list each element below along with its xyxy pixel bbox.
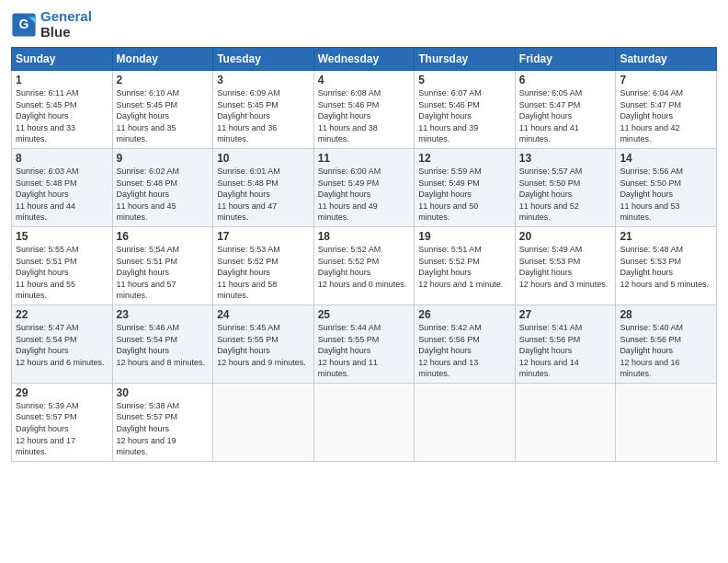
calendar-week-1: 1Sunrise: 6:11 AMSunset: 5:45 PMDaylight… — [12, 71, 717, 149]
calendar-cell-24: 24Sunrise: 5:45 AMSunset: 5:55 PMDayligh… — [213, 304, 314, 383]
column-header-friday: Friday — [515, 48, 616, 71]
logo: G General Blue — [11, 9, 92, 40]
page-header: G General Blue — [11, 9, 717, 40]
column-header-tuesday: Tuesday — [213, 48, 314, 71]
column-header-monday: Monday — [112, 48, 213, 71]
calendar-cell-empty — [213, 383, 314, 461]
calendar-cell-empty — [313, 383, 415, 461]
calendar-cell-2: 2Sunrise: 6:10 AMSunset: 5:45 PMDaylight… — [112, 71, 213, 149]
calendar-cell-1: 1Sunrise: 6:11 AMSunset: 5:45 PMDaylight… — [12, 71, 113, 149]
calendar-cell-16: 16Sunrise: 5:54 AMSunset: 5:51 PMDayligh… — [112, 226, 213, 304]
calendar-cell-4: 4Sunrise: 6:08 AMSunset: 5:46 PMDaylight… — [313, 71, 415, 149]
column-header-sunday: Sunday — [12, 48, 113, 71]
calendar-cell-empty — [616, 383, 717, 461]
calendar-cell-10: 10Sunrise: 6:01 AMSunset: 5:48 PMDayligh… — [213, 148, 314, 226]
logo-icon: G — [11, 12, 37, 38]
calendar-cell-14: 14Sunrise: 5:56 AMSunset: 5:50 PMDayligh… — [616, 148, 717, 226]
calendar-week-2: 8Sunrise: 6:03 AMSunset: 5:48 PMDaylight… — [12, 148, 717, 226]
calendar-cell-3: 3Sunrise: 6:09 AMSunset: 5:45 PMDaylight… — [213, 71, 314, 149]
calendar-cell-29: 29Sunrise: 5:39 AMSunset: 5:57 PMDayligh… — [12, 383, 113, 461]
calendar-cell-28: 28Sunrise: 5:40 AMSunset: 5:56 PMDayligh… — [616, 304, 717, 383]
calendar-table: SundayMondayTuesdayWednesdayThursdayFrid… — [11, 47, 717, 462]
calendar-cell-15: 15Sunrise: 5:55 AMSunset: 5:51 PMDayligh… — [12, 226, 113, 304]
calendar-cell-12: 12Sunrise: 5:59 AMSunset: 5:49 PMDayligh… — [415, 148, 516, 226]
calendar-cell-23: 23Sunrise: 5:46 AMSunset: 5:54 PMDayligh… — [112, 304, 213, 383]
column-header-thursday: Thursday — [415, 48, 516, 71]
logo-text: General Blue — [40, 9, 92, 40]
calendar-cell-empty — [515, 383, 616, 461]
calendar-cell-25: 25Sunrise: 5:44 AMSunset: 5:55 PMDayligh… — [313, 304, 415, 383]
calendar-cell-26: 26Sunrise: 5:42 AMSunset: 5:56 PMDayligh… — [415, 304, 516, 383]
calendar-cell-30: 30Sunrise: 5:38 AMSunset: 5:57 PMDayligh… — [112, 383, 213, 461]
calendar-cell-5: 5Sunrise: 6:07 AMSunset: 5:46 PMDaylight… — [415, 71, 516, 149]
page-container: G General Blue SundayMondayTuesdayWednes… — [0, 0, 728, 471]
calendar-week-5: 29Sunrise: 5:39 AMSunset: 5:57 PMDayligh… — [12, 383, 717, 461]
calendar-cell-22: 22Sunrise: 5:47 AMSunset: 5:54 PMDayligh… — [12, 304, 113, 383]
calendar-cell-20: 20Sunrise: 5:49 AMSunset: 5:53 PMDayligh… — [515, 226, 616, 304]
calendar-cell-27: 27Sunrise: 5:41 AMSunset: 5:56 PMDayligh… — [515, 304, 616, 383]
calendar-cell-18: 18Sunrise: 5:52 AMSunset: 5:52 PMDayligh… — [313, 226, 415, 304]
calendar-cell-empty — [415, 383, 516, 461]
calendar-cell-13: 13Sunrise: 5:57 AMSunset: 5:50 PMDayligh… — [515, 148, 616, 226]
calendar-cell-6: 6Sunrise: 6:05 AMSunset: 5:47 PMDaylight… — [515, 71, 616, 149]
calendar-cell-9: 9Sunrise: 6:02 AMSunset: 5:48 PMDaylight… — [112, 148, 213, 226]
calendar-cell-19: 19Sunrise: 5:51 AMSunset: 5:52 PMDayligh… — [415, 226, 516, 304]
calendar-week-4: 22Sunrise: 5:47 AMSunset: 5:54 PMDayligh… — [12, 304, 717, 383]
column-header-saturday: Saturday — [616, 48, 717, 71]
calendar-header-row: SundayMondayTuesdayWednesdayThursdayFrid… — [12, 48, 717, 71]
calendar-cell-21: 21Sunrise: 5:48 AMSunset: 5:53 PMDayligh… — [616, 226, 717, 304]
calendar-cell-17: 17Sunrise: 5:53 AMSunset: 5:52 PMDayligh… — [213, 226, 314, 304]
calendar-body: 1Sunrise: 6:11 AMSunset: 5:45 PMDaylight… — [12, 71, 717, 462]
calendar-cell-7: 7Sunrise: 6:04 AMSunset: 5:47 PMDaylight… — [616, 71, 717, 149]
calendar-cell-11: 11Sunrise: 6:00 AMSunset: 5:49 PMDayligh… — [313, 148, 415, 226]
svg-text:G: G — [19, 17, 29, 31]
calendar-week-3: 15Sunrise: 5:55 AMSunset: 5:51 PMDayligh… — [12, 226, 717, 304]
calendar-cell-8: 8Sunrise: 6:03 AMSunset: 5:48 PMDaylight… — [12, 148, 113, 226]
column-header-wednesday: Wednesday — [313, 48, 415, 71]
